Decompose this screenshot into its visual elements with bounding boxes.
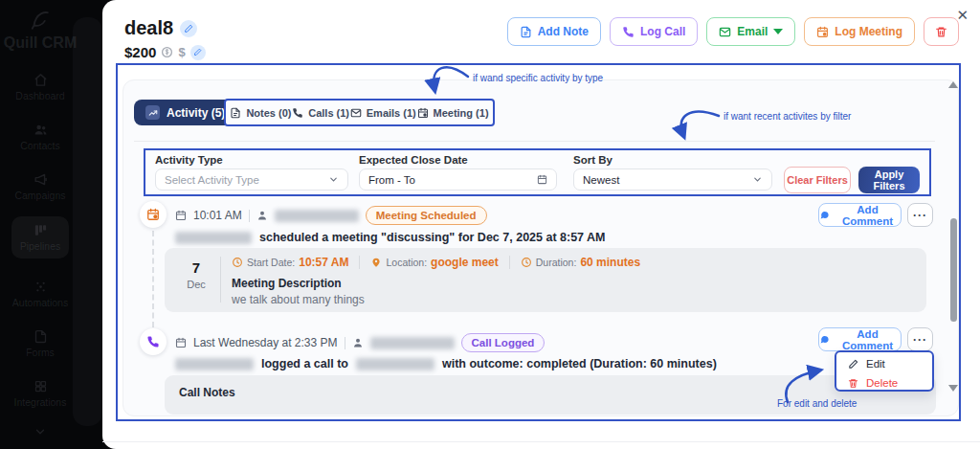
delete-deal-button[interactable] [924, 17, 959, 46]
trash-icon [935, 26, 947, 38]
activity-type-select[interactable]: Select Activity Type [155, 168, 348, 191]
apply-filters-button[interactable]: Apply Filters [858, 167, 920, 193]
sidebar-collapse-button[interactable] [33, 425, 47, 442]
deal-amount-row: $200 $ [124, 44, 206, 60]
add-comment-label: Add Comment [835, 328, 901, 351]
sort-by-select[interactable]: Newest [573, 168, 772, 191]
deal-detail-modal: ✕ deal8 $200 $ Add Note Log Call Email [102, 0, 980, 449]
menu-item-edit[interactable]: Edit [836, 354, 932, 373]
menu-item-delete[interactable]: Delete [836, 373, 932, 393]
scroll-up-arrow[interactable] [948, 81, 958, 88]
pipelines-icon [33, 223, 48, 237]
log-meeting-label: Log Meeting [835, 25, 902, 38]
phone-icon [622, 26, 635, 38]
sidebar-item-label: Integrations [14, 396, 67, 408]
chevron-down-icon [33, 425, 47, 438]
tabs-group: Notes (0) Calls (1) Emails (1) Meeting (… [224, 99, 495, 126]
timeline-connector [152, 231, 154, 327]
delete-label: Delete [866, 377, 898, 389]
pencil-icon [184, 24, 193, 34]
tab-notes-label: Notes (0) [246, 107, 291, 119]
more-options-button[interactable]: ··· [907, 327, 933, 351]
email-dropdown-button[interactable]: Email [706, 17, 795, 46]
tab-emails[interactable]: Emails (1) [350, 107, 416, 119]
edit-amount-button[interactable] [190, 45, 206, 60]
close-date-input[interactable]: From - To [359, 168, 557, 191]
tab-activity-label: Activity (5) [167, 106, 225, 120]
calendar-icon [816, 26, 829, 38]
email-label: Email [737, 25, 768, 38]
home-icon [33, 73, 48, 87]
meeting-month: Dec [184, 279, 209, 290]
sidebar-item-label: Contacts [20, 140, 59, 151]
more-options-button[interactable]: ··· [907, 203, 933, 227]
duration-value: 60 minutes [580, 256, 640, 269]
sidebar-item-label: Dashboard [15, 90, 64, 101]
calendar-icon [146, 208, 160, 221]
sidebar-item-contacts[interactable]: Contacts [20, 123, 59, 151]
tab-emails-label: Emails (1) [367, 107, 416, 119]
tab-notes[interactable]: Notes (0) [230, 107, 291, 119]
sidebar-item-dashboard[interactable]: Dashboard [15, 73, 64, 101]
meeting-description-title: Meeting Description [232, 277, 342, 290]
page-title: deal8 [124, 17, 173, 39]
divider [102, 441, 980, 442]
calendar-icon [175, 337, 187, 348]
log-call-label: Log Call [640, 25, 685, 38]
clear-filters-button[interactable]: Clear Filters [784, 167, 851, 193]
calendar-icon [417, 107, 429, 119]
comment-icon [819, 210, 830, 220]
trash-icon [848, 378, 858, 389]
calendar-icon [175, 210, 187, 221]
filters-bar: Activity Type Select Activity Type Expec… [144, 148, 931, 196]
log-meeting-button[interactable]: Log Meeting [804, 17, 915, 46]
person-icon [352, 337, 364, 348]
activity-type-value: Select Activity Type [165, 174, 259, 186]
meeting-description-text: scheduled a meeting "discussing" for Dec… [259, 231, 606, 244]
edit-title-button[interactable] [180, 20, 197, 37]
sidebar-item-label: Campaigns [14, 190, 65, 201]
sidebar-item-automations[interactable]: Automations [12, 280, 68, 308]
mail-icon [350, 107, 362, 119]
redacted-name [370, 337, 455, 349]
mail-icon [719, 26, 731, 38]
divider [359, 256, 360, 269]
sidebar-item-integrations[interactable]: Integrations [14, 379, 67, 408]
add-note-button[interactable]: Add Note [507, 17, 601, 46]
meeting-meta-row: 10:01 AM Meeting Scheduled [175, 206, 487, 225]
tab-meeting[interactable]: Meeting (1) [417, 107, 489, 119]
puzzle-icon [33, 379, 48, 393]
start-date-value: 10:57 AM [299, 256, 348, 269]
log-call-button[interactable]: Log Call [610, 17, 698, 46]
sidebar-item-label: Automations [12, 297, 68, 308]
redacted-name [175, 232, 252, 244]
tab-calls[interactable]: Calls (1) [292, 107, 349, 119]
divider [509, 256, 510, 269]
add-comment-label: Add Comment [835, 204, 901, 227]
sidebar-item-forms[interactable]: Forms [26, 329, 55, 358]
duration-label: Duration: [536, 257, 577, 268]
users-icon [33, 123, 48, 137]
status-badge: Meeting Scheduled [366, 206, 487, 225]
meeting-day: 7 [184, 259, 209, 276]
scrollbar-thumb[interactable] [950, 218, 957, 322]
automations-icon [33, 280, 48, 294]
clock-icon [232, 257, 243, 268]
divider [220, 257, 221, 303]
more-options-menu: Edit Delete [835, 350, 934, 392]
person-icon [256, 210, 268, 221]
close-date-value: From - To [368, 174, 415, 186]
divider [249, 210, 250, 222]
call-description-prefix: logged a call to [261, 357, 348, 370]
sidebar-item-pipelines[interactable]: Pipelines [11, 216, 70, 258]
note-icon [230, 107, 241, 119]
sidebar-item-campaigns[interactable]: Campaigns [14, 172, 65, 201]
scroll-down-arrow[interactable] [948, 385, 958, 392]
add-comment-button[interactable]: Add Comment [818, 327, 902, 351]
trend-icon [148, 108, 158, 118]
tab-activity[interactable]: Activity (5) [134, 100, 236, 125]
sort-by-value: Newest [583, 174, 619, 186]
redacted-name [175, 358, 254, 370]
add-comment-button[interactable]: Add Comment [818, 203, 902, 227]
start-date-label: Start Date: [247, 257, 295, 268]
